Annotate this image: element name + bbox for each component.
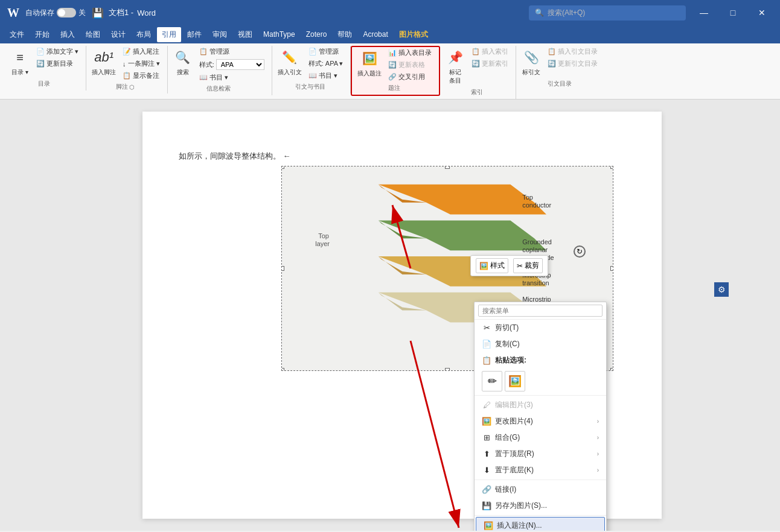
divider-3 xyxy=(475,515,606,516)
ribbon-btn-jiaocha[interactable]: 🔗交叉引用 xyxy=(386,71,434,83)
menu-item-home[interactable]: 开始 xyxy=(30,27,54,42)
context-menu-search-input[interactable] xyxy=(478,305,603,317)
group-icon: ⊞ xyxy=(482,433,491,443)
layout-icon[interactable]: ⚙ xyxy=(714,282,729,297)
bottom-layer-label: 置于底层(K) xyxy=(495,465,534,475)
ribbon-btn-charu-biaomulu[interactable]: 📊插入表目录 xyxy=(386,47,434,59)
paste-btn-1[interactable]: ✏ xyxy=(482,371,502,391)
menu-item-references[interactable]: 引用 xyxy=(157,27,181,42)
style-button[interactable]: 🖼️ 样式 xyxy=(476,258,508,273)
minimize-button[interactable]: — xyxy=(691,3,717,22)
menu-item-review[interactable]: 审阅 xyxy=(208,27,232,42)
handle-br[interactable] xyxy=(610,368,613,370)
ribbon-btn-mulu[interactable]: ≡ 目录 ▾ xyxy=(7,46,33,78)
charu-biaomulu-icon: 📊 xyxy=(388,49,397,57)
ribbon-btn-add-text[interactable]: 📄添加文字 ▾ xyxy=(34,46,81,57)
ribbon-btn-update-mulu[interactable]: 🔄更新目录 xyxy=(34,58,81,69)
handle-ml[interactable] xyxy=(282,266,284,271)
menu-item-layout[interactable]: 布局 xyxy=(132,27,156,42)
svg-text:Top: Top xyxy=(318,232,329,239)
cut-icon: ✂ xyxy=(482,323,491,333)
menu-item-mailings[interactable]: 邮件 xyxy=(182,27,206,42)
ribbon-btn-style[interactable]: 样式: APA xyxy=(197,58,267,71)
biaoji-tiao-icon: 📌 xyxy=(446,48,465,67)
ribbon-btn-charu-tizhu[interactable]: 🖼️ 插入题注 xyxy=(354,47,385,80)
handle-tr[interactable] xyxy=(610,166,613,169)
ribbon-btn-show-zhu[interactable]: 📋显示备注 xyxy=(120,70,162,81)
context-menu-insert-caption[interactable]: 🖼️ 插入题注(N)... xyxy=(476,517,605,531)
ribbon-btn-biaoji-tiao[interactable]: 📌 标记条目 xyxy=(443,46,468,87)
context-menu: ✂ 剪切(T) 📄 复制(C) 📋 粘贴选项: ✏ 🖼️ 🖊 编辑图片(3) 🖼… xyxy=(474,302,607,531)
ribbon-btn-next-jianzhu[interactable]: ↓一条脚注 ▾ xyxy=(120,58,162,69)
ribbon-btn-shu-mu[interactable]: 📖书目 ▾ xyxy=(197,72,267,83)
paste-btn-2[interactable]: 🖼️ xyxy=(505,371,525,391)
update-yinwenmulu-icon: 🔄 xyxy=(548,60,556,68)
context-menu-change-pic[interactable]: 🖼️ 更改图片(4) › xyxy=(475,413,606,429)
menu-item-design[interactable]: 设计 xyxy=(106,27,130,42)
add-text-icon: 📄 xyxy=(36,48,45,55)
ribbon-group-label-tizhu: 题注 xyxy=(354,84,434,92)
context-menu-group[interactable]: ⊞ 组合(G) › xyxy=(475,429,606,446)
group-label: 组合(G) xyxy=(495,432,520,443)
context-menu-save-as-pic[interactable]: 💾 另存为图片(S)... xyxy=(475,498,606,514)
menu-item-mathtype[interactable]: MathType xyxy=(258,28,300,41)
menu-item-acrobat[interactable]: Acrobat xyxy=(358,28,392,41)
menu-item-insert[interactable]: 插入 xyxy=(56,27,80,42)
menu-item-draw[interactable]: 绘图 xyxy=(81,27,105,42)
insert-caption-label: 插入题注(N)... xyxy=(497,521,542,531)
title-search-box[interactable]: 🔍 搜索(Alt+Q) xyxy=(529,5,686,21)
handle-mr[interactable] xyxy=(610,266,613,271)
context-menu-cut[interactable]: ✂ 剪切(T) xyxy=(475,320,606,336)
menu-bar: 文件 开始 插入 绘图 设计 布局 引用 邮件 审阅 视图 MathType Z… xyxy=(0,25,780,43)
ribbon-group-yinyong2: ✏️ 插入引文 📄管理源 样式: APA ▾ 📖书目 ▾ 引文与书目 xyxy=(272,46,351,93)
menu-item-file[interactable]: 文件 xyxy=(5,27,29,42)
style-label: 样式 xyxy=(490,261,505,271)
shumu2-icon: 📖 xyxy=(308,72,317,80)
divider-1 xyxy=(475,395,606,396)
handle-bl[interactable] xyxy=(282,368,284,370)
copy-icon: 📄 xyxy=(482,340,491,349)
menu-item-view[interactable]: 视图 xyxy=(233,27,257,42)
ribbon-btn-insert-weizhu[interactable]: 📝插入尾注 xyxy=(120,46,162,57)
ribbon-btn-guanli-yuan2[interactable]: 📄管理源 xyxy=(306,46,346,57)
next-jianzhu-icon: ↓ xyxy=(123,60,126,68)
context-menu-copy[interactable]: 📄 复制(C) xyxy=(475,336,606,352)
jianzhu-icon: ab¹ xyxy=(94,48,113,67)
top-layer-arrow: › xyxy=(597,451,599,457)
style-select[interactable]: APA xyxy=(216,59,264,70)
ribbon-btn-jianzhu[interactable]: ab¹ 插入脚注 xyxy=(89,46,119,78)
ribbon-btn-biaoji-yinyong[interactable]: 📎 标引文 xyxy=(519,46,544,78)
menu-item-help[interactable]: 帮助 xyxy=(333,27,357,42)
ribbon-btn-shu-mu2[interactable]: 📖书目 ▾ xyxy=(306,70,346,81)
context-menu-link[interactable]: 🔗 链接(I) xyxy=(475,481,606,498)
handle-bm[interactable] xyxy=(445,368,450,370)
close-button[interactable]: ✕ xyxy=(749,3,775,22)
ribbon-btn-charu-suoyin: 📋插入索引 xyxy=(469,46,511,57)
handle-tl[interactable] xyxy=(282,166,284,169)
autosave-state: 关 xyxy=(78,8,86,18)
guanli-yuan-icon: 📋 xyxy=(199,48,208,55)
save-icon[interactable]: 💾 xyxy=(92,7,104,19)
ribbon-btn-guanli-yuan[interactable]: 📋管理源 xyxy=(197,46,267,57)
context-menu-search-area xyxy=(475,302,606,320)
handle-tm[interactable] xyxy=(445,166,450,169)
autosave-label: 自动保存 xyxy=(25,8,54,18)
ribbon-btn-charu-yinyong[interactable]: 🔍 搜索 xyxy=(170,46,196,78)
bottom-layer-arrow: › xyxy=(597,467,599,473)
charu-tizhu-icon: 🖼️ xyxy=(360,49,379,68)
ribbon-group-label-yinyong2: 引文与书目 xyxy=(275,83,346,91)
crop-button[interactable]: ✂ 裁剪 xyxy=(513,258,543,273)
autosave-toggle[interactable] xyxy=(57,8,76,17)
ribbon-btn-charu-yinyong2[interactable]: ✏️ 插入引文 xyxy=(275,46,305,78)
filename-label: 文档1 - xyxy=(109,7,133,18)
menu-item-zotero[interactable]: Zotero xyxy=(301,28,332,41)
context-menu-top-layer[interactable]: ⬆ 置于顶层(R) › xyxy=(475,446,606,462)
top-layer-label: 置于顶层(R) xyxy=(495,449,534,459)
paste-header-icon: 📋 xyxy=(482,356,491,366)
ribbon-btn-style2[interactable]: 样式: APA ▾ xyxy=(306,58,346,69)
ribbon-group-label-yinwenmulu: 引文目录 xyxy=(519,80,600,88)
rotate-handle[interactable]: ↻ xyxy=(574,245,586,258)
context-menu-bottom-layer[interactable]: ⬇ 置于底层(K) › xyxy=(475,462,606,478)
menu-item-picture-format[interactable]: 图片格式 xyxy=(394,27,433,42)
maximize-button[interactable]: □ xyxy=(720,3,746,22)
